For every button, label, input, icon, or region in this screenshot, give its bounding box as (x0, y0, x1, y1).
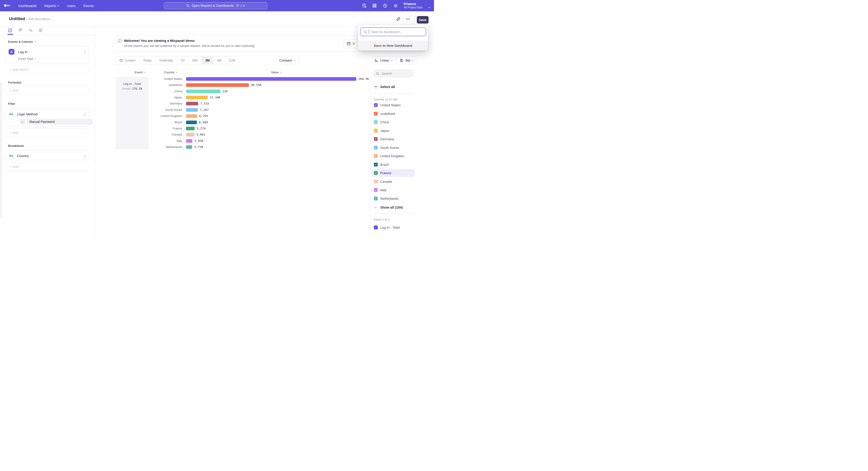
bar-canada[interactable] (186, 133, 194, 137)
segment-row-canada[interactable]: ✓Canada (370, 177, 416, 186)
breakdown-property-name[interactable]: Country (17, 154, 29, 158)
scale-dropdown[interactable]: Linear (371, 56, 396, 64)
add-metric-button[interactable]: + Add Metric (5, 65, 89, 73)
copy-link-icon[interactable] (396, 16, 401, 22)
select-all-label: Select all (380, 85, 395, 89)
checkbox-event[interactable]: ✓ (374, 226, 378, 229)
checkbox-undefined[interactable]: ✓ (374, 112, 378, 116)
segment-row-france[interactable]: ✓France (370, 169, 416, 177)
checkbox-japan[interactable]: ✓ (374, 129, 378, 133)
range-segment-30d[interactable]: 30D (188, 57, 202, 64)
add-description-button[interactable]: + Add description... (26, 17, 53, 21)
checkbox-brazil[interactable]: ✓ (374, 163, 378, 167)
filter-card[interactable]: Aa Login Method = Manual Password (5, 108, 89, 126)
breakdown-kebab-icon[interactable] (85, 155, 85, 158)
segment-row-brazil[interactable]: ✓Brazil (370, 160, 416, 169)
range-segment-3m[interactable]: 3M (202, 57, 213, 64)
tab-retention[interactable] (38, 27, 44, 33)
range-segment-6m[interactable]: 6M (213, 57, 225, 64)
tab-insights[interactable] (7, 27, 13, 33)
events-cohorts-section-label[interactable]: Events & Cohorts (8, 40, 36, 43)
event-summary-panel[interactable]: Log In - Total Overall 276.5K (116, 77, 149, 149)
search-icon (186, 4, 190, 7)
segment-row-undefined[interactable]: ✓undefined (370, 110, 416, 118)
select-all-checkbox[interactable] (374, 85, 378, 89)
segment-search-input[interactable]: Search (373, 69, 413, 78)
filter-value-input[interactable]: Manual Password (27, 119, 93, 125)
more-options-icon[interactable]: ⋯ (405, 16, 411, 22)
help-icon[interactable] (381, 2, 389, 9)
global-search-button[interactable]: Open Reports & Dashboards ⌘ + K (164, 2, 268, 9)
bar-china[interactable] (186, 90, 220, 93)
project-switcher[interactable]: Finance All Project Data (404, 2, 423, 9)
range-segment-yesterday[interactable]: Yesterday (155, 57, 177, 64)
filter-operator-chip[interactable]: = (20, 119, 25, 125)
compare-button[interactable]: Compare (276, 56, 299, 64)
filter-kebab-icon[interactable] (85, 113, 85, 116)
segment-row-united-kingdom[interactable]: ✓United Kingdom (370, 152, 416, 160)
save-to-dashboard-input[interactable]: Save to dashboard... (361, 28, 426, 36)
nav-item-users[interactable]: Users (67, 4, 75, 8)
metric-card[interactable]: A Log In Count Total (5, 46, 89, 63)
checkbox-united-kingdom[interactable]: ✓ (374, 154, 378, 158)
save-button[interactable]: Save (417, 16, 429, 24)
bar-category-label: Brazil (148, 121, 182, 124)
checkbox-china[interactable]: ✓ (374, 120, 378, 124)
bar-value-label: 5,274 (197, 127, 206, 130)
show-all-button[interactable]: Show all (184) (370, 203, 403, 211)
range-segment-7d[interactable]: 7D (177, 57, 188, 64)
apps-grid-icon[interactable] (371, 2, 378, 9)
segment-row-netherlands[interactable]: ✓Netherlands (370, 194, 416, 203)
segment-row-germany[interactable]: ✓Germany (370, 135, 416, 143)
report-title[interactable]: Untitled (9, 16, 25, 21)
data-management-icon[interactable] (360, 2, 368, 9)
column-header-country[interactable]: Country (164, 70, 178, 74)
tab-funnels[interactable] (18, 27, 24, 33)
segment-row-japan[interactable]: ✓Japan (370, 126, 416, 135)
save-to-new-dashboard-button[interactable]: Save to New Dashboard (358, 41, 428, 50)
metric-kebab-icon[interactable] (85, 50, 85, 53)
bar-italy[interactable] (186, 139, 192, 143)
checkbox-italy[interactable]: ✓ (374, 188, 378, 192)
checkbox-south-korea[interactable]: ✓ (374, 146, 378, 150)
range-segment-today[interactable]: Today (139, 57, 155, 64)
checkbox-united-states[interactable]: ✓ (374, 103, 378, 107)
chart-type-dropdown[interactable]: Bar (397, 56, 417, 64)
checkbox-netherlands[interactable]: ✓ (374, 197, 378, 200)
metric-event-name[interactable]: Log In (18, 50, 28, 54)
checkbox-canada[interactable]: ✓ (374, 180, 378, 183)
checkbox-france[interactable]: ✓ (374, 171, 378, 175)
tab-flows[interactable] (28, 27, 34, 33)
segment-row-united-states[interactable]: ✓United States (370, 101, 416, 110)
filter-property-name[interactable]: Login Method (17, 112, 37, 116)
bar-france[interactable] (186, 127, 195, 130)
mixpanel-logo-icon[interactable] (4, 0, 13, 11)
nav-item-events[interactable]: Events (84, 4, 94, 8)
event-row-log-in---total[interactable]: ✓Log In - Total (370, 223, 416, 232)
bar-germany[interactable] (186, 102, 198, 106)
nav-item-reports[interactable]: Reports (44, 4, 59, 8)
range-segment-12m[interactable]: 12M (225, 57, 239, 64)
bar-united-states[interactable] (186, 77, 356, 81)
breakdown-card[interactable]: Aa Country (5, 150, 89, 160)
bar-undefined[interactable] (186, 83, 249, 87)
column-header-event[interactable]: Event (135, 70, 146, 74)
bar-brazil[interactable] (186, 121, 197, 124)
settings-gear-icon[interactable] (392, 2, 399, 9)
bar-south-korea[interactable] (186, 108, 198, 112)
bar-japan[interactable] (186, 96, 208, 99)
add-breakdown-button[interactable]: + Add (5, 163, 89, 171)
segment-row-south-korea[interactable]: ✓South Korea (370, 143, 416, 152)
range-segment-custom[interactable]: Custom (116, 57, 139, 64)
checkbox-germany[interactable]: ✓ (374, 137, 378, 141)
add-formula-button[interactable]: + Add (5, 86, 89, 94)
segment-row-china[interactable]: ✓China (370, 118, 416, 126)
nav-item-dashboards[interactable]: Dashboards (18, 4, 37, 8)
column-header-value[interactable]: Value (271, 70, 282, 74)
select-all-row[interactable]: Select all (370, 83, 416, 91)
bar-united-kingdom[interactable] (186, 114, 197, 118)
segment-row-italy[interactable]: ✓Italy (370, 186, 416, 194)
add-filter-button[interactable]: + Add (5, 128, 89, 137)
bar-netherlands[interactable] (186, 145, 192, 149)
metric-aggregation-dropdown[interactable]: Count Total (18, 57, 36, 60)
